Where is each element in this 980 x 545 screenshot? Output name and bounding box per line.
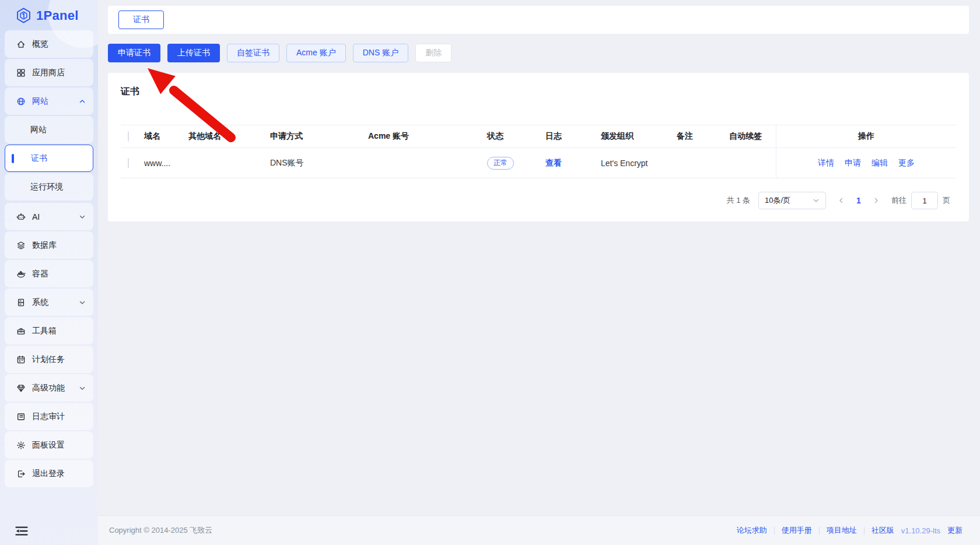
sidebar-item-logout[interactable]: 退出登录 [5,460,93,487]
sidebar-item-appstore[interactable]: 应用商店 [5,59,93,86]
appstore-icon [16,68,26,78]
sidebar-item-toolbox[interactable]: 工具箱 [5,317,93,344]
pager: 1 [834,194,883,208]
sidebar-item-log-audit[interactable]: 日志审计 [5,403,93,430]
goto-label: 前往 [891,195,907,206]
footer-link-edition[interactable]: 社区版 [872,525,894,536]
pagination-total: 共 1 条 [727,195,750,206]
footer-link-update[interactable]: 更新 [947,525,963,536]
footer-link-manual[interactable]: 使用手册 [782,525,812,536]
sidebar-item-certificate[interactable]: 证书 [5,145,93,172]
col-actions: 操作 [776,125,956,147]
col-apply-method: 申请方式 [270,131,368,142]
sidebar: 1Panel 概览 应用商店 网站 网站 证书 运行环境 AI [0,0,98,545]
col-issuer: 颁发组织 [601,131,677,142]
col-other-domains: 其他域名 [188,131,270,142]
database-layers-icon [16,241,26,250]
card-title: 证书 [121,86,956,98]
certificate-card: 证书 域名 其他域名 申请方式 Acme 账号 状态 日志 颁发组织 备注 自动… [108,73,969,221]
copyright-text: Copyright © 2014-2025 飞致云 [109,525,212,536]
table-row: www.... DNS账号 正常 查看 Let's Encrypt 详情 申请 … [121,148,956,178]
audit-list-icon [16,412,26,421]
sidebar-item-label: 容器 [32,269,48,279]
dns-account-button[interactable]: DNS 账户 [353,44,408,62]
chevron-down-icon [79,213,86,220]
divider [864,527,864,535]
sidebar-collapse-icon[interactable] [15,526,28,536]
certificate-table: 域名 其他域名 申请方式 Acme 账号 状态 日志 颁发组织 备注 自动续签 … [121,125,956,178]
footer-link-project[interactable]: 项目地址 [827,525,857,536]
sidebar-item-label: 系统 [32,297,48,308]
sidebar-item-runtime[interactable]: 运行环境 [5,173,93,201]
brand-name: 1Panel [36,8,79,23]
action-more[interactable]: 更多 [898,158,915,168]
sidebar-item-cron[interactable]: 计划任务 [5,346,93,373]
chevron-down-icon [79,385,86,392]
toolbox-icon [16,326,26,336]
row-issuer: Let's Encrypt [601,159,677,168]
sidebar-item-ai[interactable]: AI [5,203,93,230]
chevron-down-icon [79,299,86,306]
page-size-value: 10条/页 [765,195,790,206]
main-content: 证书 申请证书 上传证书 自签证书 Acme 账户 DNS 账户 删除 证书 域… [98,0,980,545]
delete-button[interactable]: 删除 [415,44,452,62]
page-number-current[interactable]: 1 [852,196,866,205]
sidebar-item-label: 数据库 [32,240,57,251]
sidebar-item-label: 面板设置 [32,440,65,451]
calendar-icon [16,355,26,364]
footer: Copyright © 2014-2025 飞致云 论坛求助 使用手册 项目地址… [98,515,980,545]
brand-logo: 1Panel [0,0,98,29]
logout-icon [16,469,26,479]
chevron-up-icon [79,98,86,105]
page-size-select[interactable]: 10条/页 [758,192,826,209]
sidebar-menu: 概览 应用商店 网站 网站 证书 运行环境 AI 数据库 [0,29,98,487]
goto-page-input[interactable] [911,192,938,209]
col-status: 状态 [487,131,545,142]
row-apply-method: DNS账号 [270,158,368,168]
sidebar-item-label: 网站 [32,96,48,107]
sidebar-item-label: 高级功能 [32,383,65,393]
col-log: 日志 [545,131,601,142]
action-edit[interactable]: 编辑 [872,158,888,168]
sidebar-item-label: 应用商店 [32,68,65,78]
status-badge: 正常 [487,157,514,170]
sidebar-item-website-sub[interactable]: 网站 [5,116,93,143]
sidebar-item-panel-settings[interactable]: 面板设置 [5,431,93,459]
sidebar-item-database[interactable]: 数据库 [5,231,93,259]
select-all-checkbox[interactable] [128,131,129,142]
next-page-icon[interactable] [869,194,883,208]
sidebar-item-container[interactable]: 容器 [5,260,93,287]
acme-account-button[interactable]: Acme 账户 [286,44,346,62]
sidebar-item-overview[interactable]: 概览 [5,30,93,58]
view-log-link[interactable]: 查看 [545,158,562,167]
globe-icon [16,97,26,106]
row-domain: www.... [144,159,188,168]
sidebar-item-label: AI [32,212,40,221]
gear-icon [16,441,26,450]
sidebar-item-website[interactable]: 网站 [5,87,93,115]
action-detail[interactable]: 详情 [818,158,834,168]
selfsign-cert-button[interactable]: 自签证书 [227,44,279,62]
row-checkbox[interactable] [128,158,129,168]
sidebar-item-label: 日志审计 [32,412,65,422]
home-icon [16,40,26,49]
sidebar-item-advanced[interactable]: 高级功能 [5,374,93,402]
sidebar-item-label: 运行环境 [30,182,63,192]
sidebar-item-label: 计划任务 [32,354,65,365]
upload-cert-button[interactable]: 上传证书 [167,44,220,62]
action-apply[interactable]: 申请 [845,158,861,168]
goto-page: 前往 页 [891,192,950,209]
toolbar: 申请证书 上传证书 自签证书 Acme 账户 DNS 账户 删除 [108,44,969,62]
tab-certificate[interactable]: 证书 [118,10,164,29]
divider [819,527,820,535]
col-acme-account: Acme 账号 [368,131,487,142]
sidebar-item-label: 概览 [32,39,48,50]
footer-links: 论坛求助 使用手册 项目地址 社区版 v1.10.29-lts 更新 [737,525,963,536]
container-docker-icon [16,269,26,279]
sidebar-item-system[interactable]: 系统 [5,289,93,316]
apply-cert-button[interactable]: 申请证书 [108,44,160,62]
server-icon [16,298,26,307]
footer-link-forum[interactable]: 论坛求助 [737,525,767,536]
col-auto-renew: 自动续签 [729,131,776,142]
prev-page-icon[interactable] [834,194,848,208]
